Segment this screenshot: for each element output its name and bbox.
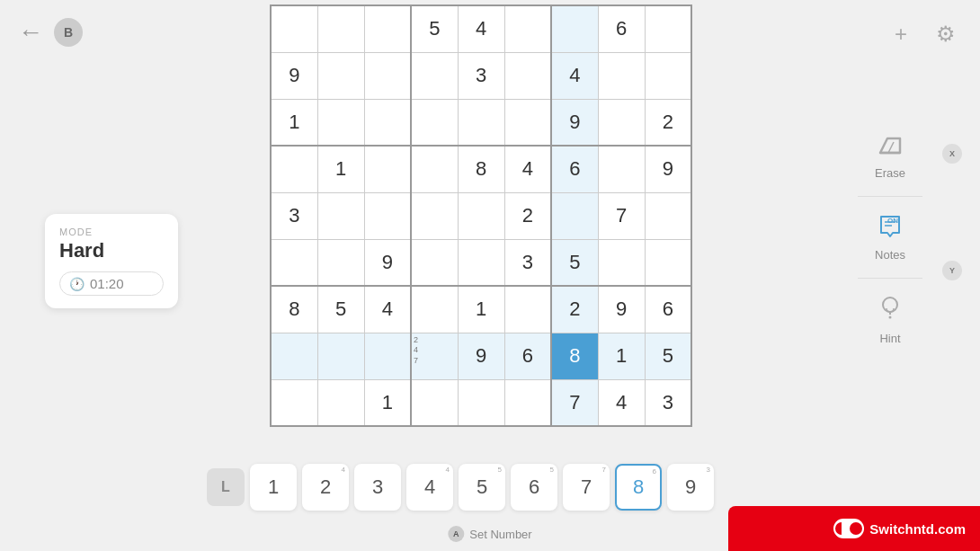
y-button[interactable]: Y xyxy=(942,261,962,280)
number-7[interactable]: 77 xyxy=(563,464,610,511)
x-button[interactable]: X xyxy=(942,144,962,164)
grid-cell-5-4[interactable] xyxy=(458,239,504,286)
grid-cell-4-5[interactable]: 2 xyxy=(504,192,551,239)
grid-cell-5-5[interactable]: 3 xyxy=(504,239,551,286)
grid-cell-7-7[interactable]: 1 xyxy=(598,333,645,379)
grid-cell-0-5[interactable] xyxy=(504,5,551,52)
grid-cell-1-0[interactable]: 9 xyxy=(271,52,317,99)
grid-cell-0-8[interactable] xyxy=(645,5,691,52)
number-3[interactable]: 3 xyxy=(354,464,401,511)
grid-cell-5-2[interactable]: 9 xyxy=(364,239,411,286)
grid-cell-6-1[interactable]: 5 xyxy=(317,286,364,333)
grid-cell-1-6[interactable]: 4 xyxy=(551,52,598,99)
grid-cell-6-0[interactable]: 8 xyxy=(271,286,317,333)
grid-cell-1-5[interactable] xyxy=(504,52,551,99)
number-9[interactable]: 39 xyxy=(667,464,714,511)
number-8[interactable]: 68 xyxy=(615,464,662,511)
grid-cell-3-4[interactable]: 8 xyxy=(458,146,504,192)
grid-cell-2-8[interactable]: 2 xyxy=(645,99,691,146)
grid-cell-6-3[interactable] xyxy=(411,286,458,333)
grid-cell-4-0[interactable]: 3 xyxy=(271,192,317,239)
grid-cell-3-6[interactable]: 6 xyxy=(551,146,598,192)
erase-button[interactable]: Erase xyxy=(850,126,931,187)
grid-cell-5-6[interactable]: 5 xyxy=(551,239,598,286)
grid-cell-6-5[interactable] xyxy=(504,286,551,333)
grid-cell-1-3[interactable] xyxy=(411,52,458,99)
grid-cell-8-1[interactable] xyxy=(317,379,364,426)
grid-cell-4-7[interactable]: 7 xyxy=(598,192,645,239)
grid-cell-3-7[interactable] xyxy=(598,146,645,192)
grid-cell-8-7[interactable]: 4 xyxy=(598,379,645,426)
grid-cell-5-3[interactable] xyxy=(411,239,458,286)
grid-cell-2-3[interactable] xyxy=(411,99,458,146)
grid-cell-5-7[interactable] xyxy=(598,239,645,286)
grid-cell-2-4[interactable] xyxy=(458,99,504,146)
grid-cell-2-7[interactable] xyxy=(598,99,645,146)
notes-button[interactable]: ON Notes xyxy=(850,206,931,269)
grid-cell-2-6[interactable]: 9 xyxy=(551,99,598,146)
grid-cell-8-3[interactable] xyxy=(411,379,458,426)
number-4[interactable]: 44 xyxy=(406,464,453,511)
grid-cell-1-8[interactable] xyxy=(645,52,691,99)
grid-cell-0-1[interactable] xyxy=(317,5,364,52)
grid-cell-3-0[interactable] xyxy=(271,146,317,192)
grid-cell-1-2[interactable] xyxy=(364,52,411,99)
grid-cell-5-1[interactable] xyxy=(317,239,364,286)
grid-cell-4-2[interactable] xyxy=(364,192,411,239)
grid-cell-5-8[interactable] xyxy=(645,239,691,286)
grid-cell-1-1[interactable] xyxy=(317,52,364,99)
grid-cell-0-7[interactable]: 6 xyxy=(598,5,645,52)
grid-cell-6-6[interactable]: 2 xyxy=(551,286,598,333)
grid-cell-7-2[interactable] xyxy=(364,333,411,379)
grid-cell-8-2[interactable]: 1 xyxy=(364,379,411,426)
grid-cell-2-1[interactable] xyxy=(317,99,364,146)
grid-cell-0-2[interactable] xyxy=(364,5,411,52)
grid-cell-4-3[interactable] xyxy=(411,192,458,239)
b-button[interactable]: B xyxy=(54,18,83,47)
grid-cell-7-6[interactable]: 8 xyxy=(551,333,598,379)
add-button[interactable]: + xyxy=(885,18,917,50)
grid-cell-3-5[interactable]: 4 xyxy=(504,146,551,192)
grid-cell-0-0[interactable] xyxy=(271,5,317,52)
l-badge[interactable]: L xyxy=(207,468,245,506)
number-1[interactable]: 1 xyxy=(250,464,297,511)
grid-cell-0-4[interactable]: 4 xyxy=(458,5,504,52)
grid-cell-3-2[interactable] xyxy=(364,146,411,192)
grid-cell-7-8[interactable]: 5 xyxy=(645,333,691,379)
number-6[interactable]: 56 xyxy=(511,464,557,511)
grid-cell-4-4[interactable] xyxy=(458,192,504,239)
grid-cell-3-3[interactable] xyxy=(411,146,458,192)
grid-cell-4-8[interactable] xyxy=(645,192,691,239)
hint-button[interactable]: Hint xyxy=(850,288,931,352)
grid-cell-2-5[interactable] xyxy=(504,99,551,146)
grid-cell-0-3[interactable]: 5 xyxy=(411,5,458,52)
number-2[interactable]: 42 xyxy=(302,464,349,511)
grid-cell-8-6[interactable]: 7 xyxy=(551,379,598,426)
grid-cell-6-2[interactable]: 4 xyxy=(364,286,411,333)
grid-cell-0-6[interactable] xyxy=(551,5,598,52)
grid-cell-7-3[interactable]: 247 xyxy=(411,333,458,379)
grid-cell-1-4[interactable]: 3 xyxy=(458,52,504,99)
grid-cell-7-4[interactable]: 9 xyxy=(458,333,504,379)
grid-cell-6-7[interactable]: 9 xyxy=(598,286,645,333)
grid-cell-8-5[interactable] xyxy=(504,379,551,426)
grid-cell-8-8[interactable]: 3 xyxy=(645,379,691,426)
grid-cell-3-8[interactable]: 9 xyxy=(645,146,691,192)
grid-cell-8-0[interactable] xyxy=(271,379,317,426)
grid-cell-7-5[interactable]: 6 xyxy=(504,333,551,379)
grid-cell-7-0[interactable] xyxy=(271,333,317,379)
grid-cell-1-7[interactable] xyxy=(598,52,645,99)
grid-cell-3-1[interactable]: 1 xyxy=(317,146,364,192)
grid-cell-2-2[interactable] xyxy=(364,99,411,146)
grid-cell-4-6[interactable] xyxy=(551,192,598,239)
settings-button[interactable]: ⚙ xyxy=(930,18,962,50)
back-button[interactable]: ← xyxy=(18,18,43,47)
grid-cell-6-4[interactable]: 1 xyxy=(458,286,504,333)
grid-cell-8-4[interactable] xyxy=(458,379,504,426)
grid-cell-2-0[interactable]: 1 xyxy=(271,99,317,146)
grid-cell-7-1[interactable] xyxy=(317,333,364,379)
grid-cell-5-0[interactable] xyxy=(271,239,317,286)
sudoku-grid[interactable]: 546934192184693279358541296247968151743 xyxy=(270,4,692,427)
grid-cell-4-1[interactable] xyxy=(317,192,364,239)
grid-cell-6-8[interactable]: 6 xyxy=(645,286,691,333)
